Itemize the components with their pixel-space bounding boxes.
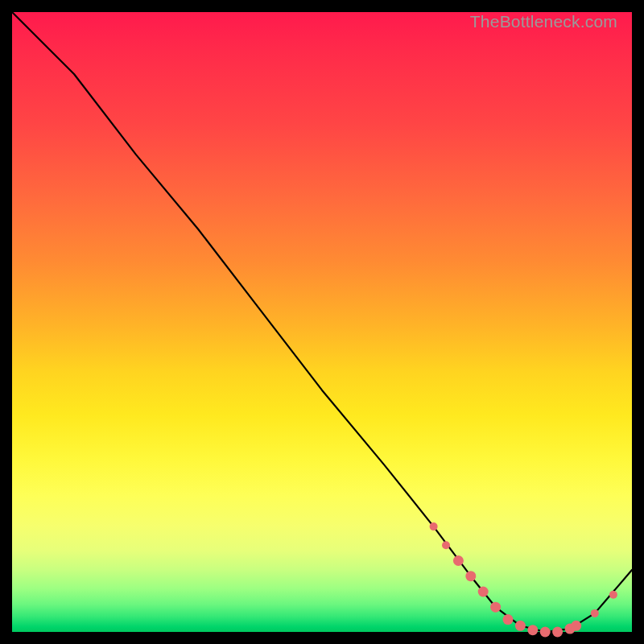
chart-frame: TheBottleneck.com [0, 0, 644, 644]
curve-marker [540, 627, 551, 638]
bottleneck-curve [12, 12, 632, 632]
curve-marker [571, 621, 581, 631]
curve-marker [503, 614, 514, 625]
curve-marker [430, 522, 438, 530]
curve-marker [527, 625, 538, 635]
curve-marker [442, 541, 450, 549]
curve-marker [490, 602, 501, 613]
curve-marker [609, 591, 617, 599]
curve-marker [515, 621, 526, 631]
curve-marker [478, 587, 489, 597]
curve-marker [465, 571, 476, 581]
curve-markers [430, 522, 617, 637]
curve-marker [552, 627, 563, 638]
chart-overlay-svg [12, 12, 632, 632]
curve-marker [591, 609, 599, 617]
curve-marker [453, 555, 464, 566]
plot-area: TheBottleneck.com [12, 12, 632, 632]
